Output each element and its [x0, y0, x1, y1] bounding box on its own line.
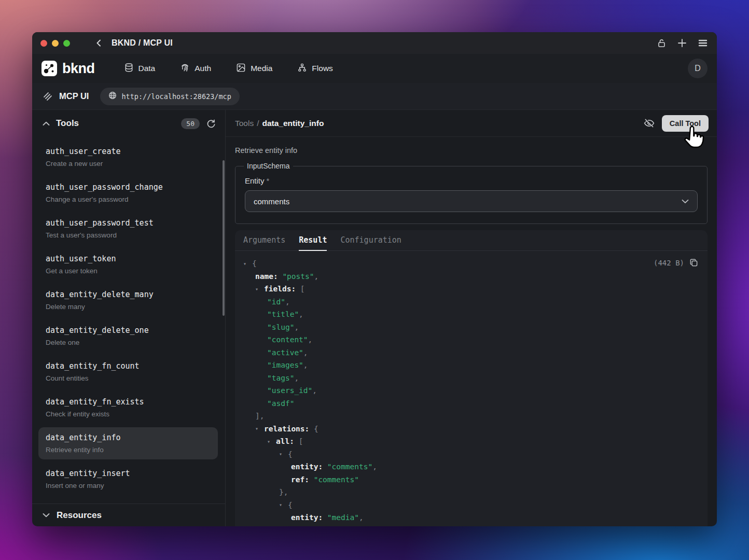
collapse-triangle-icon[interactable]: ▾ [243, 261, 252, 267]
json-token-str: "posts" [282, 272, 314, 281]
traffic-lights [40, 40, 70, 47]
json-token-punct: , [285, 298, 290, 306]
collapse-triangle-icon[interactable]: ▾ [279, 451, 288, 457]
json-line: ▾{ [243, 257, 699, 270]
json-line: "active", [243, 346, 699, 359]
tool-description: Get a user token [46, 267, 211, 275]
collapse-triangle-icon[interactable]: ▾ [279, 502, 288, 508]
breadcrumb-current: data_entity_info [262, 119, 324, 128]
new-tab-icon[interactable] [676, 37, 688, 49]
json-token-punct: , [372, 463, 377, 471]
nav-item-label: Media [251, 64, 272, 73]
minimize-window-button[interactable] [52, 40, 59, 47]
nav-item-auth[interactable]: Auth [180, 63, 211, 75]
copy-icon[interactable] [689, 258, 698, 267]
mcp-bar: MCP UI http://localhost:28623/mcp [32, 83, 717, 110]
close-window-button[interactable] [40, 40, 47, 47]
tool-list-item-data_entity_fn_count[interactable]: data_entity_fn_countCount entities [38, 356, 218, 388]
json-token-str: "active" [267, 348, 303, 357]
json-line: "images", [243, 359, 699, 372]
tool-list-item-data_entity_delete_one[interactable]: data_entity_delete_oneDelete one [38, 320, 218, 352]
json-token-key: entity: [291, 463, 327, 471]
tool-list-item-auth_user_token[interactable]: auth_user_tokenGet a user token [38, 248, 218, 281]
json-line: ▾{ [243, 499, 699, 512]
json-line: "users_id", [243, 384, 699, 397]
required-marker: * [267, 176, 270, 185]
collapse-triangle-icon[interactable]: ▾ [267, 439, 276, 444]
json-line: ref: "comments" [243, 473, 699, 486]
json-line: ▾{ [243, 448, 699, 461]
tool-description: Test a user's password [46, 231, 211, 239]
json-token-punct: , [299, 310, 303, 318]
tool-description: Delete one [46, 339, 211, 346]
json-token-punct: , [294, 374, 299, 382]
user-avatar[interactable]: D [688, 59, 708, 78]
json-line: name: "posts", [243, 270, 699, 283]
json-line: "asdf" [243, 397, 699, 410]
tool-list-item-data_entity_delete_many[interactable]: data_entity_delete_manyDelete many [38, 284, 218, 316]
tool-list-item-data_entity_info[interactable]: data_entity_infoRetrieve entity info [38, 427, 218, 459]
nav-item-media[interactable]: Media [236, 63, 272, 75]
json-result-viewer: (442 B) ▾{name: "posts",▾fields: ["id","… [235, 251, 708, 526]
json-line: "title", [243, 308, 699, 321]
tool-list-item-data_entity_insert[interactable]: data_entity_insertInsert one or many [38, 463, 218, 495]
call-tool-button[interactable]: Call Tool [662, 115, 709, 132]
lock-icon[interactable] [656, 37, 667, 49]
json-token-punct: { [314, 425, 318, 433]
json-token-punct: ], [255, 412, 264, 420]
tools-section-label: Tools [56, 118, 175, 129]
result-size-badge: (442 B) [654, 259, 684, 267]
collapse-triangle-icon[interactable]: ▾ [255, 426, 264, 431]
back-icon[interactable] [93, 37, 105, 49]
json-token-key: ref: [291, 475, 314, 484]
breadcrumb-section[interactable]: Tools [235, 119, 254, 128]
sidebar-scrollbar[interactable] [223, 160, 225, 316]
json-line: ref: "images" [243, 524, 699, 527]
json-token-punct: , [294, 323, 299, 331]
brand[interactable]: bknd [41, 61, 95, 77]
collapse-triangle-icon[interactable]: ▾ [255, 286, 264, 292]
zoom-window-button[interactable] [63, 40, 70, 47]
nav-item-label: Flows [312, 64, 332, 73]
json-token-key: name: [255, 272, 282, 281]
tab-result[interactable]: Result [299, 230, 327, 251]
json-token-punct: , [303, 348, 308, 357]
tool-list-item-auth_user_create[interactable]: auth_user_createCreate a new user [38, 141, 218, 173]
tool-name: data_entity_info [46, 433, 211, 442]
eye-off-icon[interactable] [644, 118, 655, 129]
tool-list-item-auth_user_password_test[interactable]: auth_user_password_testTest a user's pas… [38, 213, 218, 245]
json-line: "content", [243, 333, 699, 346]
json-token-punct: { [288, 501, 293, 509]
nav-item-data[interactable]: Data [124, 63, 156, 75]
entity-select[interactable]: comments [245, 190, 698, 212]
server-url-pill[interactable]: http://localhost:28623/mcp [100, 88, 239, 105]
mcp-icon [43, 91, 53, 102]
tool-name: auth_user_password_change [46, 183, 211, 192]
json-line: ], [243, 410, 699, 423]
tab-arguments[interactable]: Arguments [243, 230, 285, 251]
json-token-punct: , [314, 272, 319, 281]
json-line: "id", [243, 296, 699, 309]
tools-section-header[interactable]: Tools 50 [32, 110, 225, 137]
tools-sidebar: Tools 50 auth_user_createCreate a new us… [32, 110, 226, 526]
nav-item-flows[interactable]: Flows [297, 63, 332, 75]
resources-section-label: Resources [57, 510, 102, 521]
chevron-down-icon [43, 513, 50, 517]
json-token-punct: { [252, 259, 257, 268]
resources-section-header[interactable]: Resources [32, 503, 225, 526]
tool-list-item-data_entity_fn_exists[interactable]: data_entity_fn_existsCheck if entity exi… [38, 391, 218, 424]
json-line: ▾fields: [ [243, 283, 699, 296]
tab-configuration[interactable]: Configuration [340, 230, 401, 251]
json-token-key: entity: [291, 513, 327, 522]
json-token-punct: , [308, 335, 313, 344]
tool-list: auth_user_createCreate a new userauth_us… [32, 137, 225, 503]
entity-field-label: Entity* [245, 176, 698, 185]
json-token-punct: , [303, 361, 308, 369]
tool-list-item-auth_user_password_change[interactable]: auth_user_password_changeChange a user's… [38, 177, 218, 209]
result-tabs: Arguments Result Configuration [235, 230, 708, 251]
tool-name: auth_user_token [46, 254, 211, 263]
tool-description: Check if entity exists [46, 410, 211, 418]
menu-icon[interactable] [697, 37, 709, 49]
json-token-str: "users_id" [267, 386, 312, 395]
refresh-icon[interactable] [206, 119, 216, 129]
